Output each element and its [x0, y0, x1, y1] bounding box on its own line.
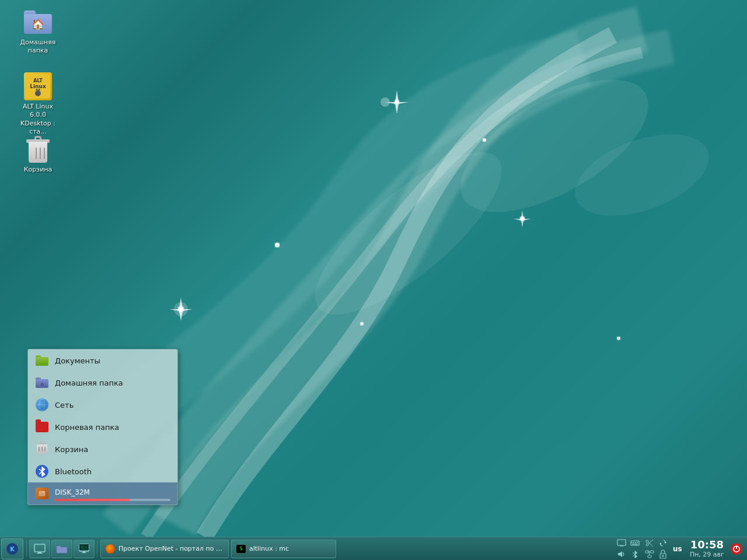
- svg-rect-37: [617, 540, 626, 545]
- root-label: Корневая папка: [55, 423, 119, 432]
- menu-item-documents[interactable]: Документы: [28, 349, 177, 372]
- menu-item-disk[interactable]: DISK_32M: [28, 482, 177, 505]
- svg-point-61: [662, 555, 664, 557]
- kde-menu-button[interactable]: K: [1, 538, 23, 559]
- svg-rect-56: [650, 551, 654, 553]
- svg-rect-30: [38, 552, 41, 553]
- desktop-icon-altlinux[interactable]: ALT Linux ALT Linux 6.0.0 KDesktop : ста…: [12, 70, 64, 138]
- svg-point-26: [43, 492, 44, 493]
- network-icon: [35, 398, 49, 412]
- svg-rect-43: [637, 542, 638, 543]
- tray-scissors-icon[interactable]: [644, 538, 655, 548]
- tray-refresh-icon[interactable]: [657, 538, 669, 548]
- tray-speaker-icon[interactable]: [616, 549, 627, 559]
- terminal-task-button[interactable]: $ altlinux : mc: [231, 540, 336, 558]
- bluetooth-icon: [35, 464, 49, 478]
- taskbar: K C:\: [0, 537, 747, 560]
- svg-rect-41: [633, 542, 634, 543]
- kde-logo-icon: K: [5, 542, 19, 556]
- svg-point-8: [617, 337, 620, 340]
- home-folder-label: Домашняя папка: [14, 38, 62, 55]
- home-menu-label: Домашняя папка: [55, 379, 123, 387]
- monitor-icon: C:\: [78, 544, 90, 554]
- altlinux-icon: ALT Linux: [24, 72, 52, 100]
- svg-marker-45: [618, 551, 622, 557]
- tray-network-icon[interactable]: [644, 549, 655, 559]
- network-label: Сеть: [55, 401, 74, 410]
- root-icon: [35, 420, 49, 434]
- svg-rect-57: [648, 555, 651, 558]
- popup-menu: Документы ⌂ Домашняя папка: [27, 349, 178, 505]
- trash-label: Корзина: [24, 166, 52, 174]
- tray-clock-container: 10:58 Пн, 29 авг: [688, 538, 726, 558]
- bluetooth-label: Bluetooth: [55, 467, 92, 476]
- power-icon: [732, 545, 741, 553]
- home-folder-icon: 🏠: [24, 8, 52, 36]
- svg-point-6: [360, 322, 364, 326]
- file-manager-button[interactable]: [51, 540, 72, 558]
- system-tray: us 10:58 Пн, 29 авг: [611, 538, 747, 559]
- taskbar-sep-2: [97, 541, 97, 557]
- desktop-icon: [34, 544, 46, 554]
- tray-icons-group-2: [644, 538, 669, 559]
- menu-item-root[interactable]: Корневая папка: [28, 416, 177, 438]
- desktop-icon-home[interactable]: 🏠 Домашняя папка: [12, 6, 64, 58]
- monitor-button[interactable]: C:\: [74, 540, 95, 558]
- svg-rect-38: [620, 545, 623, 547]
- svg-point-1: [381, 97, 390, 107]
- svg-rect-35: [83, 551, 85, 552]
- menu-item-bluetooth[interactable]: Bluetooth: [28, 460, 177, 482]
- svg-text:Linux: Linux: [30, 83, 46, 89]
- svg-rect-44: [632, 544, 638, 545]
- tray-power-button[interactable]: [731, 543, 742, 555]
- svg-point-4: [174, 302, 188, 316]
- svg-rect-29: [34, 544, 45, 552]
- tray-language[interactable]: us: [673, 545, 682, 553]
- trash-menu-label: Корзина: [55, 445, 88, 454]
- svg-text:ALT: ALT: [33, 78, 43, 83]
- svg-text:C:\: C:\: [81, 545, 87, 550]
- tray-bluetooth-tray-icon[interactable]: [629, 549, 641, 559]
- desktop-icon-trash[interactable]: Корзина: [12, 133, 64, 176]
- folder-icon: [56, 544, 68, 554]
- tray-date: Пн, 29 авг: [690, 551, 724, 558]
- trash-menu-icon: [35, 442, 49, 456]
- menu-item-trash[interactable]: Корзина: [28, 438, 177, 460]
- svg-point-11: [293, 127, 524, 340]
- firefox-task-button[interactable]: Проект OpenNet - портал по открытому ПО,…: [100, 540, 229, 558]
- tray-monitor-icon[interactable]: [616, 538, 627, 548]
- svg-point-10: [564, 118, 720, 232]
- tray-keyboard-icon[interactable]: [629, 538, 641, 548]
- svg-point-2: [483, 138, 486, 142]
- svg-rect-39: [631, 541, 639, 545]
- tray-clock: 10:58: [690, 538, 724, 551]
- firefox-task-icon: [106, 544, 115, 554]
- documents-label: Документы: [55, 356, 100, 365]
- svg-rect-36: [82, 552, 86, 553]
- tray-lock-icon[interactable]: [657, 549, 669, 559]
- disk-progress-bar: [55, 499, 170, 501]
- svg-marker-54: [660, 542, 662, 545]
- show-desktop-button[interactable]: [29, 540, 50, 558]
- svg-rect-31: [37, 553, 43, 554]
- svg-text:K: K: [10, 546, 15, 552]
- svg-point-3: [178, 306, 184, 312]
- svg-rect-40: [631, 542, 633, 543]
- svg-rect-42: [635, 542, 636, 543]
- desktop: 🏠 Домашняя папка ALT Linux ALT Linux 6.0…: [0, 0, 747, 560]
- svg-point-0: [395, 100, 399, 104]
- firefox-task-label: Проект OpenNet - портал по открытому ПО,…: [118, 545, 224, 552]
- tray-icons-group: [616, 538, 641, 559]
- svg-point-7: [520, 216, 525, 221]
- menu-item-network[interactable]: Сеть: [28, 394, 177, 416]
- svg-point-15: [35, 90, 41, 96]
- disk-label: DISK_32M: [55, 488, 90, 496]
- terminal-task-icon: $: [236, 545, 246, 553]
- menu-item-home[interactable]: ⌂ Домашняя папка: [28, 372, 177, 394]
- home-menu-icon: ⌂: [35, 376, 49, 390]
- svg-marker-53: [664, 541, 666, 544]
- svg-rect-24: [39, 491, 45, 496]
- terminal-task-label: altlinux : mc: [249, 545, 289, 552]
- documents-icon: [35, 354, 49, 368]
- disk-icon: [35, 487, 49, 501]
